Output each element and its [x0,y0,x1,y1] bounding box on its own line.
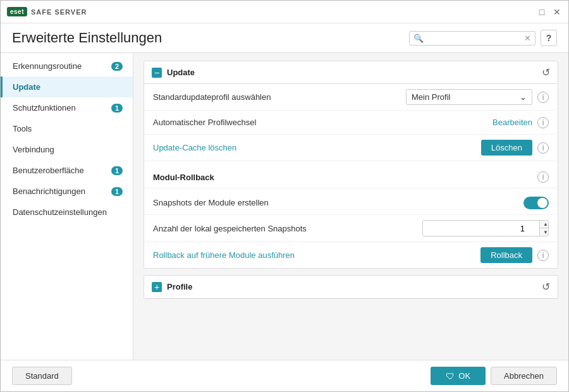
update-toggle-button[interactable]: − [152,68,162,78]
sidebar-item-label: Tools [13,124,123,133]
logo-badge: eset [7,7,27,16]
row-profilwechsel: Automatischer Profilwechsel Bearbeiten i [144,111,558,135]
sidebar-item-tools[interactable]: Tools [1,118,133,139]
spinner-input[interactable] [423,221,539,236]
label-snapshots-anzahl: Anzahl der lokal gespeicherten Snapshots [153,224,422,233]
search-box[interactable]: 🔍 ✕ [409,31,535,46]
sidebar-item-label: Schutzfunktionen [13,103,107,113]
footer-right: 🛡 OK Abbrechen [431,367,557,385]
header: Erweiterte Einstellungen 🔍 ✕ ? [1,23,568,52]
eset-logo: eset SAFE SERVER [7,7,87,16]
spinner-up-button[interactable]: ▲ [540,221,549,228]
badge-schutzfunktionen: 1 [111,104,123,113]
value-cache: Löschen i [481,140,549,156]
main-window: eset SAFE SERVER □ ✕ Erweiterte Einstell… [0,0,569,392]
update-reset-icon[interactable]: ↺ [542,66,550,78]
snapshots-spinner[interactable]: ▲ ▼ [422,220,549,236]
sidebar-item-label: Datenschutzeinstellungen [13,207,123,217]
sidebar-item-update[interactable]: Update [1,77,133,97]
main-layout: Erkennungsroutine 2 Update Schutzfunktio… [1,52,568,360]
info-icon-rollback[interactable]: i [537,250,549,261]
sidebar-item-label: Verbindung [13,145,123,154]
minimize-button[interactable]: □ [537,7,547,17]
row-standardupdateprofil: Standardupdateprofil auswählen Mein Prof… [144,84,558,111]
titlebar-controls: □ ✕ [537,7,562,17]
profile-section-header: + Profile ↺ [144,276,558,298]
value-profilwechsel: Bearbeiten i [493,117,549,128]
titlebar: eset SAFE SERVER □ ✕ [1,1,568,23]
info-icon-modul-rollback[interactable]: i [537,171,549,183]
profile-section-title: Profile [167,282,537,291]
modul-rollback-title: Modul-Rollback [153,173,214,182]
value-standardupdateprofil: Mein Profil ⌄ i [406,89,549,105]
close-button[interactable]: ✕ [552,7,562,17]
ok-label: OK [458,371,470,381]
search-icon: 🔍 [413,34,424,43]
label-cache: Update-Cache löschen [153,143,481,152]
value-snapshots-erstellen [523,197,549,209]
rollback-button[interactable]: Rollback [480,247,532,263]
value-rollback: Rollback i [480,247,549,263]
ok-shield-icon: 🛡 [446,371,455,381]
search-input[interactable] [426,34,524,42]
bearbeiten-link[interactable]: Bearbeiten [493,118,532,127]
sidebar: Erkennungsroutine 2 Update Schutzfunktio… [1,53,133,360]
help-button[interactable]: ? [541,30,557,46]
dropdown-value: Mein Profil [412,92,450,102]
row-rollback: Rollback auf frühere Module ausführen Ro… [144,242,558,268]
sidebar-item-benachrichtigungen[interactable]: Benachrichtigungen 1 [1,181,133,202]
info-icon-cache[interactable]: i [537,142,549,154]
row-snapshots-anzahl: Anzahl der lokal gespeicherten Snapshots… [144,215,558,242]
snapshots-toggle[interactable] [523,197,549,209]
app-title: SAFE SERVER [31,8,87,16]
spinner-buttons: ▲ ▼ [539,221,549,236]
profile-reset-icon[interactable]: ↺ [542,281,550,293]
row-cache: Update-Cache löschen Löschen i [144,135,558,161]
modul-rollback-header: Modul-Rollback i [144,166,558,185]
label-profilwechsel: Automatischer Profilwechsel [153,118,493,127]
label-snapshots-erstellen: Snapshots der Module erstellen [153,198,523,207]
sidebar-item-label: Benachrichtigungen [13,187,107,196]
divider [144,188,558,188]
dropdown-arrow-icon: ⌄ [520,92,527,102]
label-standardupdateprofil: Standardupdateprofil auswählen [153,92,406,102]
ok-button[interactable]: 🛡 OK [431,367,486,385]
badge-benachrichtigungen: 1 [111,187,123,196]
sidebar-item-label: Erkennungsroutine [13,61,107,71]
row-snapshots-erstellen: Snapshots der Module erstellen [144,191,558,215]
info-icon-profilwechsel[interactable]: i [537,117,549,128]
label-rollback: Rollback auf frühere Module ausführen [153,250,480,260]
sidebar-item-datenschutz[interactable]: Datenschutzeinstellungen [1,202,133,223]
update-section: − Update ↺ Standardupdateprofil auswähle… [144,61,558,269]
sidebar-item-verbindung[interactable]: Verbindung [1,139,133,160]
sidebar-item-label: Benutzeroberfläche [13,166,107,175]
footer: Standard 🛡 OK Abbrechen [1,360,568,391]
page-title: Erweiterte Einstellungen [12,30,162,46]
profile-toggle-button[interactable]: + [152,282,162,292]
header-right: 🔍 ✕ ? [409,30,557,46]
toggle-knob [537,198,548,208]
clear-search-icon[interactable]: ✕ [524,34,531,43]
sidebar-item-schutzfunktionen[interactable]: Schutzfunktionen 1 [1,97,133,118]
dropdown-profil[interactable]: Mein Profil ⌄ [406,89,532,105]
value-snapshots-anzahl: ▲ ▼ [422,220,549,236]
update-section-title: Update [167,68,537,77]
cancel-button[interactable]: Abbrechen [491,367,557,385]
profile-section: + Profile ↺ [144,275,558,299]
standard-button[interactable]: Standard [12,367,72,385]
titlebar-left: eset SAFE SERVER [7,7,87,16]
badge-benutzeroberflaeche: 1 [111,166,123,175]
update-section-header: − Update ↺ [144,61,558,84]
content-area: − Update ↺ Standardupdateprofil auswähle… [133,53,568,360]
sidebar-item-benutzeroberflaeche[interactable]: Benutzeroberfläche 1 [1,160,133,181]
badge-erkennungsroutine: 2 [111,62,123,71]
loeschen-button[interactable]: Löschen [481,140,532,156]
info-icon-standardupdateprofil[interactable]: i [537,92,549,103]
spinner-down-button[interactable]: ▼ [540,228,549,236]
sidebar-item-label: Update [13,82,123,92]
sidebar-item-erkennungsroutine[interactable]: Erkennungsroutine 2 [1,56,133,77]
